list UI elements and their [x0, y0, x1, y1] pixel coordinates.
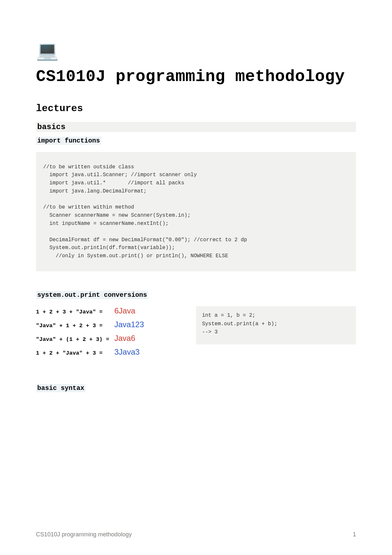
page-footer: CS1010J programming methodology 1: [36, 531, 356, 538]
conversion-result: 6Java: [114, 306, 135, 315]
code-block-small: int a = 1, b = 2; System.out.print(a + b…: [196, 306, 356, 345]
conversion-expr: "Java" + (1 + 2 + 3) =: [36, 336, 114, 343]
conversion-expr: 1 + 2 + 3 + "Java" =: [36, 309, 114, 315]
laptop-icon: 💻: [36, 42, 356, 61]
heading-import-functions: import functions: [36, 137, 101, 145]
heading-lectures: lectures: [36, 103, 356, 114]
conversion-row: 1 + 2 + 3 + "Java" = 6Java: [36, 306, 189, 315]
conversion-row: 1 + 2 + "Java" + 3 = 3Java3: [36, 347, 189, 357]
conversions-side-code: int a = 1, b = 2; System.out.print(a + b…: [196, 306, 356, 361]
conversion-result: Java123: [114, 320, 144, 329]
page-title: CS1010J programming methodology: [36, 67, 356, 87]
heading-basic-syntax: basic syntax: [36, 384, 86, 392]
footer-title: CS1010J programming methodology: [36, 531, 132, 538]
conversion-result: Java6: [114, 334, 135, 343]
heading-conversions: system.out.print conversions: [36, 291, 148, 299]
heading-basics: basics: [36, 122, 356, 132]
footer-page-number: 1: [353, 531, 356, 538]
conversions-list: 1 + 2 + 3 + "Java" = 6Java "Java" + 1 + …: [36, 306, 189, 361]
conversion-expr: "Java" + 1 + 2 + 3 =: [36, 323, 114, 329]
conversion-row: "Java" + 1 + 2 + 3 = Java123: [36, 320, 189, 329]
conversions-columns: 1 + 2 + 3 + "Java" = 6Java "Java" + 1 + …: [36, 306, 356, 361]
conversion-expr: 1 + 2 + "Java" + 3 =: [36, 350, 114, 356]
code-block-imports: //to be written outside class import jav…: [36, 152, 356, 272]
conversion-result: 3Java3: [114, 347, 139, 357]
conversion-row: "Java" + (1 + 2 + 3) = Java6: [36, 334, 189, 343]
